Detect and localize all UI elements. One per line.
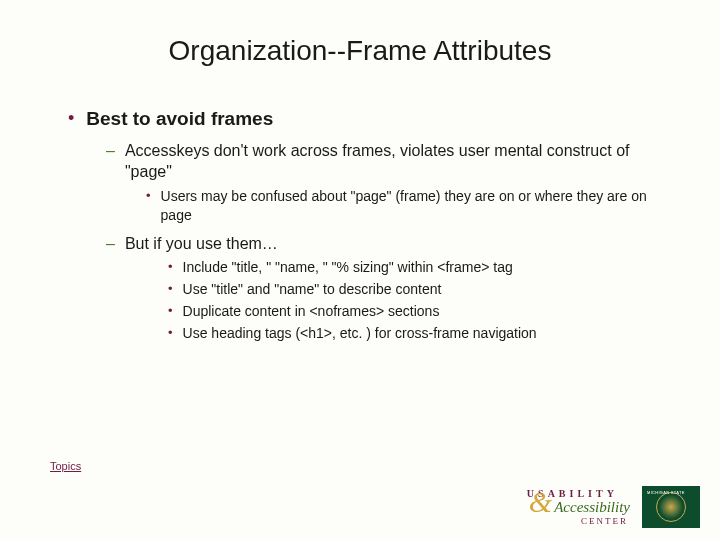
- bullet-level-1: • Best to avoid frames: [68, 107, 670, 132]
- bullet-text: Include "title, " "name, " "% sizing" wi…: [183, 258, 513, 277]
- bullet-dot-icon: •: [168, 324, 173, 342]
- bullet-dash-icon: –: [106, 140, 115, 162]
- msu-text: MICHIGAN STATE: [647, 490, 685, 495]
- footer: USABILITY & Accessibility CENTER MICHIGA…: [527, 486, 700, 528]
- msu-seal-icon: [656, 492, 686, 522]
- bullet-level-4: • Use "title" and "name" to describe con…: [168, 280, 670, 299]
- bullet-text: Accesskeys don't work across frames, vio…: [125, 140, 665, 183]
- slide-title: Organization--Frame Attributes: [50, 35, 670, 67]
- bullet-dot-icon: •: [168, 280, 173, 298]
- bullet-dot-icon: •: [68, 107, 74, 130]
- bullet-text: Users may be confused about "page" (fram…: [161, 187, 670, 225]
- bullet-dot-icon: •: [168, 258, 173, 276]
- bullet-level-2: – Accesskeys don't work across frames, v…: [106, 140, 670, 183]
- logo-center-text: CENTER: [581, 516, 628, 526]
- msu-logo: MICHIGAN STATE: [642, 486, 700, 528]
- logo-accessibility-text: Accessibility: [554, 499, 630, 516]
- topics-link[interactable]: Topics: [50, 460, 81, 472]
- ampersand-icon: &: [529, 493, 552, 511]
- bullet-text: Best to avoid frames: [86, 107, 273, 132]
- bullet-text: Duplicate content in <noframes> sections: [183, 302, 440, 321]
- bullet-text: Use heading tags (<h1>, etc. ) for cross…: [183, 324, 537, 343]
- usability-accessibility-logo: USABILITY & Accessibility CENTER: [527, 488, 630, 526]
- bullet-text: But if you use them…: [125, 233, 278, 255]
- bullet-level-4: • Duplicate content in <noframes> sectio…: [168, 302, 670, 321]
- content-area: • Best to avoid frames – Accesskeys don'…: [50, 107, 670, 343]
- bullet-dash-icon: –: [106, 233, 115, 255]
- bullet-text: Use "title" and "name" to describe conte…: [183, 280, 442, 299]
- bullet-level-4: • Include "title, " "name, " "% sizing" …: [168, 258, 670, 277]
- bullet-level-2: – But if you use them…: [106, 233, 670, 255]
- bullet-dot-icon: •: [146, 187, 151, 205]
- bullet-level-4: • Use heading tags (<h1>, etc. ) for cro…: [168, 324, 670, 343]
- bullet-level-3: • Users may be confused about "page" (fr…: [146, 187, 670, 225]
- slide: Organization--Frame Attributes • Best to…: [0, 0, 720, 540]
- bullet-dot-icon: •: [168, 302, 173, 320]
